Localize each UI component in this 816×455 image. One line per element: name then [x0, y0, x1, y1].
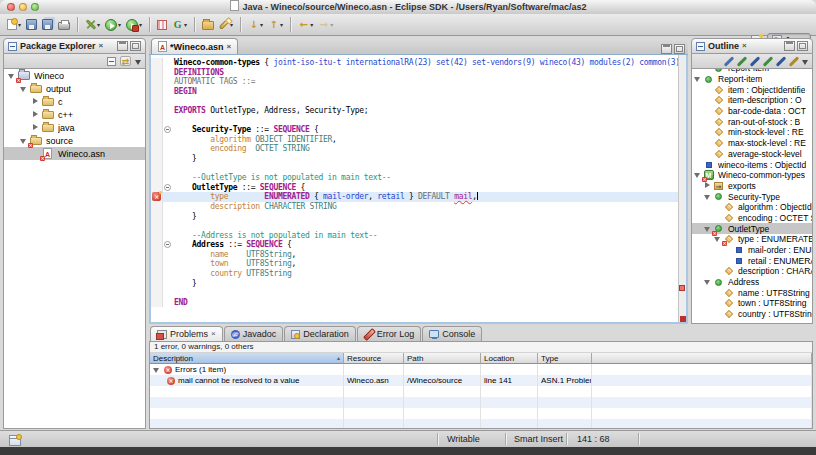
code-line[interactable]: AUTOMATIC TAGS ::=: [151, 77, 686, 87]
outline-item-town-utf8string[interactable]: town : UTF8String: [692, 298, 812, 309]
code-line[interactable]: [151, 288, 686, 298]
fast-view-icon[interactable]: [9, 435, 21, 446]
outline-item-ran-out-of-stock-b[interactable]: ran-out-of-stock : B: [692, 116, 812, 127]
editor-tab-wineco-asn[interactable]: *Wineco.asn ×: [151, 38, 238, 54]
save-all-button[interactable]: [40, 16, 55, 34]
sort-icon[interactable]: [724, 57, 733, 66]
outline-item-algorithm-objectide[interactable]: algorithm : ObjectIde: [692, 202, 812, 213]
external-tools-button[interactable]: ▾: [124, 16, 144, 34]
code-line[interactable]: OutletType ::= SEQUENCE {: [151, 183, 686, 193]
code-line[interactable]: --Address is not populated in main text-…: [151, 231, 686, 241]
tab-problems[interactable]: Problems×: [150, 326, 223, 341]
link-with-editor-icon[interactable]: [789, 57, 798, 66]
collapse-all-icon[interactable]: [107, 57, 116, 66]
outline-item-wineco-common-types[interactable]: ×Wineco-common-types: [692, 170, 812, 181]
code-line[interactable]: country UTF8String: [151, 269, 686, 279]
outline-item-outlettype[interactable]: ×OutletType: [692, 223, 812, 234]
hide-static-icon[interactable]: [750, 57, 759, 66]
search-button[interactable]: ▾: [217, 16, 235, 34]
code-line[interactable]: END: [151, 298, 686, 308]
back-button[interactable]: ▾: [296, 16, 315, 34]
outline-item-mail-order-enum[interactable]: mail-order : ENUM: [692, 245, 812, 256]
dropdown-caret-icon[interactable]: ▾: [310, 21, 313, 28]
previous-annotation-button[interactable]: ▾: [266, 16, 285, 34]
next-annotation-button[interactable]: ▾: [246, 16, 265, 34]
code-line[interactable]: Security-Type ::= SEQUENCE {: [151, 125, 686, 135]
code-line[interactable]: Wineco-common-types { joint-iso-itu-t in…: [151, 58, 686, 68]
open-resource-button[interactable]: [200, 16, 216, 34]
explorer-item-wineco[interactable]: ×Wineco: [4, 69, 145, 82]
explorer-item-c[interactable]: c++: [4, 108, 145, 121]
print-button[interactable]: [56, 16, 72, 34]
dropdown-caret-icon[interactable]: ▾: [280, 21, 283, 28]
code-editor[interactable]: Wineco-common-types { joint-iso-itu-t in…: [149, 55, 688, 324]
dropdown-caret-icon[interactable]: ▾: [260, 21, 263, 28]
dropdown-caret-icon[interactable]: ▾: [18, 21, 21, 28]
outline-item-item-objectidentifie[interactable]: item : ObjectIdentifie: [692, 84, 812, 95]
fold-collapse-icon[interactable]: [164, 241, 171, 248]
outline-titlebar[interactable]: Outline ×: [691, 38, 813, 54]
minimize-view-button[interactable]: [117, 41, 128, 51]
outline-item-report-item[interactable]: Report-item: [692, 74, 812, 85]
outline-item-bar-code-data-oct[interactable]: bar-code-data : OCT: [692, 106, 812, 117]
outline-item-encoding-octet-st[interactable]: encoding : OCTET ST: [692, 213, 812, 224]
column-header-type[interactable]: Type: [538, 353, 592, 364]
outline-item-min-stock-level-re[interactable]: min-stock-level : RE: [692, 127, 812, 138]
forward-button[interactable]: ▾: [316, 16, 335, 34]
package-explorer-titlebar[interactable]: Package Explorer ×: [3, 38, 146, 54]
close-view-icon[interactable]: ×: [742, 42, 747, 50]
explorer-item-output[interactable]: output: [4, 82, 145, 95]
code-line[interactable]: DEFINITIONS: [151, 68, 686, 78]
explorer-item-c[interactable]: c: [4, 95, 145, 108]
code-line[interactable]: Address ::= SEQUENCE {: [151, 240, 686, 250]
close-tab-icon[interactable]: ×: [211, 330, 216, 338]
outline-item-country-utf8string[interactable]: country : UTF8String: [692, 309, 812, 320]
debug-button[interactable]: ▾: [83, 16, 102, 34]
problems-row[interactable]: Errors (1 item): [150, 364, 812, 375]
view-menu-icon[interactable]: [135, 60, 141, 65]
code-line[interactable]: }: [151, 212, 686, 222]
code-line[interactable]: [151, 221, 686, 231]
new-wizard-button[interactable]: ▾: [5, 16, 23, 34]
dropdown-caret-icon[interactable]: ▾: [184, 21, 187, 28]
explorer-item-java[interactable]: java: [4, 121, 145, 134]
code-line[interactable]: encoding OCTET STRING: [151, 144, 686, 154]
explorer-item-source[interactable]: ×source: [4, 134, 145, 147]
zoom-window-button[interactable]: [31, 3, 39, 11]
hide-local-types-icon[interactable]: [776, 57, 785, 66]
generate-button[interactable]: ▾: [170, 16, 189, 34]
new-java-project-button[interactable]: [155, 16, 169, 34]
maximize-view-button[interactable]: [130, 41, 141, 51]
code-line[interactable]: type ENUMERATED { mail-order, retail } D…: [151, 192, 686, 202]
code-line[interactable]: --OutletType is not populated in main te…: [151, 173, 686, 183]
explorer-item-wineco-asn[interactable]: ×Wineco.asn: [4, 147, 145, 160]
column-header-path[interactable]: Path: [404, 353, 481, 364]
tab-console[interactable]: Console: [422, 326, 482, 341]
code-line[interactable]: BEGIN: [151, 87, 686, 97]
close-window-button[interactable]: [7, 3, 15, 11]
fold-collapse-icon[interactable]: [164, 184, 171, 191]
problems-row[interactable]: mail cannot be resolved to a valueWineco…: [150, 375, 812, 386]
outline-item-retail-enumerat[interactable]: retail : ENUMERAT: [692, 255, 812, 266]
maximize-view-button[interactable]: [797, 41, 808, 51]
run-button[interactable]: ▾: [103, 16, 123, 34]
error-marker-icon[interactable]: [152, 192, 161, 201]
minimize-view-button[interactable]: [784, 41, 795, 51]
code-line[interactable]: EXPORTS OutletType, Address, Security-Ty…: [151, 106, 686, 116]
fold-collapse-icon[interactable]: [164, 126, 171, 133]
code-line[interactable]: description CHARACTER STRING: [151, 202, 686, 212]
outline-item-name-utf8string[interactable]: name : UTF8String: [692, 287, 812, 298]
dropdown-caret-icon[interactable]: ▾: [330, 21, 333, 28]
code-line[interactable]: [151, 164, 686, 174]
link-with-editor-icon[interactable]: [120, 56, 131, 66]
tab-javadoc[interactable]: Javadoc: [224, 326, 284, 341]
column-header-description[interactable]: Description▴: [150, 353, 344, 364]
hide-fields-icon[interactable]: [737, 57, 746, 66]
tab-error-log[interactable]: Error Log: [357, 326, 422, 341]
code-line[interactable]: algorithm OBJECT IDENTIFIER,: [151, 135, 686, 145]
close-editor-icon[interactable]: ×: [226, 43, 231, 51]
code-line[interactable]: }: [151, 279, 686, 289]
outline-item-address[interactable]: Address: [692, 277, 812, 288]
code-line[interactable]: town UTF8String,: [151, 259, 686, 269]
save-button[interactable]: [24, 16, 39, 34]
